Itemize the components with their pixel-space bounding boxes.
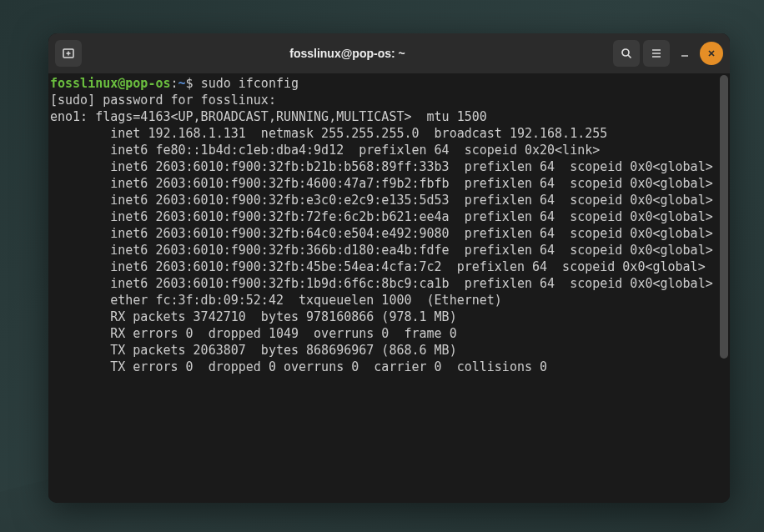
prompt-path: ~ [178,76,186,91]
command-text: sudo ifconfig [201,76,299,91]
close-icon [706,48,716,58]
output-line: eno1: flags=4163<UP,BROADCAST,RUNNING,MU… [50,109,487,124]
prompt-sep: : [171,76,178,91]
new-tab-button[interactable] [55,40,82,67]
search-icon [620,47,633,60]
terminal-window: fosslinux@pop-os: ~ [48,33,730,503]
output-line: inet6 fe80::1b4d:c1eb:dba4:9d12 prefixle… [50,143,600,158]
output-line: inet6 2603:6010:f900:32fb:64c0:e504:e492… [50,226,713,241]
hamburger-icon [650,47,663,60]
prompt-at: @ [118,76,125,91]
output-line: inet6 2603:6010:f900:32fb:366b:d180:ea4b… [50,243,713,258]
output-line: inet6 2603:6010:f900:32fb:72fe:6c2b:b621… [50,209,713,224]
output-line: inet 192.168.1.131 netmask 255.255.255.0… [50,126,607,141]
output-line: TX packets 2063807 bytes 868696967 (868.… [50,343,457,358]
menu-button[interactable] [643,40,670,67]
prompt-symbol: $ [186,76,201,91]
terminal-content: fosslinux@pop-os:~$ sudo ifconfig [sudo]… [50,75,730,375]
output-line: inet6 2603:6010:f900:32fb:4600:47a7:f9b2… [50,176,713,191]
output-line: inet6 2603:6010:f900:32fb:45be:54ea:4cfa… [50,259,706,274]
scrollbar-thumb[interactable] [720,75,728,359]
output-line: ether fc:3f:db:09:52:42 txqueuelen 1000 … [50,293,502,308]
output-line: RX errors 0 dropped 1049 overruns 0 fram… [50,326,457,341]
minimize-icon [680,48,690,58]
new-tab-icon [62,47,75,60]
terminal-body[interactable]: fosslinux@pop-os:~$ sudo ifconfig [sudo]… [48,73,730,503]
output-line: TX errors 0 dropped 0 overruns 0 carrier… [50,359,547,374]
output-line: inet6 2603:6010:f900:32fb:e3c0:e2c9:e135… [50,193,713,208]
minimize-button[interactable] [673,42,696,65]
output-line: [sudo] password for fosslinux: [50,93,276,108]
output-line: inet6 2603:6010:f900:32fb:1b9d:6f6c:8bc9… [50,276,713,291]
svg-line-4 [628,55,631,58]
titlebar: fosslinux@pop-os: ~ [48,33,730,73]
output-line: inet6 2603:6010:f900:32fb:b21b:b568:89ff… [50,159,713,174]
svg-point-3 [622,49,629,56]
close-button[interactable] [700,42,723,65]
window-title: fosslinux@pop-os: ~ [85,47,610,60]
titlebar-controls [613,40,723,67]
search-button[interactable] [613,40,640,67]
output-line: RX packets 3742710 bytes 978160866 (978.… [50,309,457,324]
prompt-user: fosslinux [50,76,118,91]
prompt-host: pop-os [125,76,170,91]
